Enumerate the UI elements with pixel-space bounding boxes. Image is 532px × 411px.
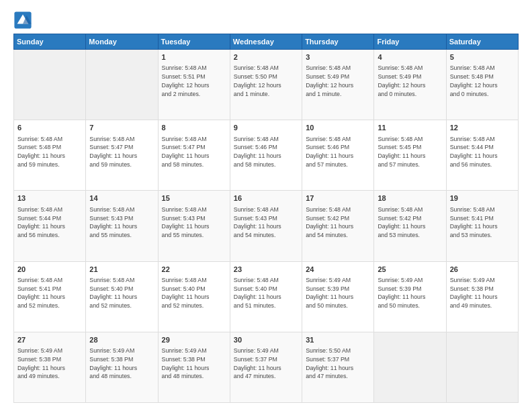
- day-info: Sunrise: 5:48 AM Sunset: 5:44 PM Dayligh…: [17, 205, 82, 240]
- day-info: Sunrise: 5:48 AM Sunset: 5:44 PM Dayligh…: [450, 135, 515, 169]
- calendar-cell: 10Sunrise: 5:48 AM Sunset: 5:46 PM Dayli…: [302, 120, 374, 191]
- week-row: 20Sunrise: 5:48 AM Sunset: 5:41 PM Dayli…: [14, 261, 519, 332]
- header-day: Tuesday: [158, 34, 230, 50]
- calendar-cell: 23Sunrise: 5:48 AM Sunset: 5:40 PM Dayli…: [230, 261, 302, 332]
- day-info: Sunrise: 5:48 AM Sunset: 5:43 PM Dayligh…: [162, 205, 226, 240]
- day-info: Sunrise: 5:48 AM Sunset: 5:49 PM Dayligh…: [378, 64, 442, 98]
- header-day: Sunday: [14, 34, 86, 50]
- day-info: Sunrise: 5:49 AM Sunset: 5:38 PM Dayligh…: [89, 347, 154, 381]
- calendar-body: 1Sunrise: 5:48 AM Sunset: 5:51 PM Daylig…: [14, 50, 519, 403]
- day-number: 24: [306, 265, 370, 275]
- day-number: 13: [17, 193, 82, 203]
- day-info: Sunrise: 5:48 AM Sunset: 5:41 PM Dayligh…: [450, 205, 515, 240]
- calendar-cell: 3Sunrise: 5:48 AM Sunset: 5:49 PM Daylig…: [302, 50, 374, 120]
- day-number: 8: [162, 123, 226, 133]
- day-number: 10: [306, 123, 370, 133]
- calendar-cell: 2Sunrise: 5:48 AM Sunset: 5:50 PM Daylig…: [230, 50, 302, 120]
- week-row: 6Sunrise: 5:48 AM Sunset: 5:48 PM Daylig…: [14, 120, 519, 191]
- calendar-cell: 17Sunrise: 5:48 AM Sunset: 5:42 PM Dayli…: [302, 191, 374, 261]
- header: [13, 11, 519, 30]
- calendar-cell: 4Sunrise: 5:48 AM Sunset: 5:49 PM Daylig…: [374, 50, 446, 120]
- day-number: 21: [89, 265, 154, 275]
- day-number: 1: [162, 52, 226, 62]
- day-number: 20: [17, 265, 82, 275]
- day-info: Sunrise: 5:48 AM Sunset: 5:42 PM Dayligh…: [306, 205, 370, 240]
- calendar-cell: 12Sunrise: 5:48 AM Sunset: 5:44 PM Dayli…: [446, 120, 518, 191]
- day-number: 30: [234, 335, 298, 345]
- calendar-cell: 9Sunrise: 5:48 AM Sunset: 5:46 PM Daylig…: [230, 120, 302, 191]
- day-info: Sunrise: 5:48 AM Sunset: 5:45 PM Dayligh…: [378, 135, 442, 169]
- header-row: SundayMondayTuesdayWednesdayThursdayFrid…: [14, 34, 519, 50]
- calendar-cell: 26Sunrise: 5:49 AM Sunset: 5:38 PM Dayli…: [446, 261, 518, 332]
- calendar-cell: 29Sunrise: 5:49 AM Sunset: 5:38 PM Dayli…: [158, 332, 230, 402]
- day-number: 19: [450, 193, 515, 203]
- week-row: 27Sunrise: 5:49 AM Sunset: 5:38 PM Dayli…: [14, 332, 519, 402]
- day-number: 22: [162, 265, 226, 275]
- calendar-cell: 16Sunrise: 5:48 AM Sunset: 5:43 PM Dayli…: [230, 191, 302, 261]
- calendar-cell: 31Sunrise: 5:50 AM Sunset: 5:37 PM Dayli…: [302, 332, 374, 402]
- day-number: 12: [450, 123, 515, 133]
- day-number: 25: [378, 265, 442, 275]
- calendar-cell: 21Sunrise: 5:48 AM Sunset: 5:40 PM Dayli…: [86, 261, 158, 332]
- week-row: 13Sunrise: 5:48 AM Sunset: 5:44 PM Dayli…: [14, 191, 519, 261]
- calendar-cell: 19Sunrise: 5:48 AM Sunset: 5:41 PM Dayli…: [446, 191, 518, 261]
- calendar-cell: 15Sunrise: 5:48 AM Sunset: 5:43 PM Dayli…: [158, 191, 230, 261]
- calendar: SundayMondayTuesdayWednesdayThursdayFrid…: [13, 34, 519, 403]
- day-number: 16: [234, 193, 298, 203]
- day-number: 15: [162, 193, 226, 203]
- calendar-cell: 18Sunrise: 5:48 AM Sunset: 5:42 PM Dayli…: [374, 191, 446, 261]
- day-info: Sunrise: 5:48 AM Sunset: 5:40 PM Dayligh…: [89, 276, 154, 310]
- calendar-cell: [446, 332, 518, 402]
- day-number: 2: [234, 52, 298, 62]
- header-day: Saturday: [446, 34, 518, 50]
- calendar-cell: 30Sunrise: 5:49 AM Sunset: 5:37 PM Dayli…: [230, 332, 302, 402]
- day-info: Sunrise: 5:48 AM Sunset: 5:50 PM Dayligh…: [234, 64, 298, 98]
- calendar-cell: 5Sunrise: 5:48 AM Sunset: 5:48 PM Daylig…: [446, 50, 518, 120]
- day-number: 9: [234, 123, 298, 133]
- calendar-cell: [374, 332, 446, 402]
- day-number: 5: [450, 52, 515, 62]
- page: SundayMondayTuesdayWednesdayThursdayFrid…: [0, 0, 532, 411]
- header-day: Thursday: [302, 34, 374, 50]
- day-number: 23: [234, 265, 298, 275]
- day-info: Sunrise: 5:48 AM Sunset: 5:46 PM Dayligh…: [234, 135, 298, 169]
- day-info: Sunrise: 5:48 AM Sunset: 5:47 PM Dayligh…: [89, 135, 154, 169]
- calendar-header: SundayMondayTuesdayWednesdayThursdayFrid…: [14, 34, 519, 50]
- day-info: Sunrise: 5:48 AM Sunset: 5:48 PM Dayligh…: [17, 135, 82, 169]
- day-info: Sunrise: 5:48 AM Sunset: 5:46 PM Dayligh…: [306, 135, 370, 169]
- day-info: Sunrise: 5:48 AM Sunset: 5:40 PM Dayligh…: [234, 276, 298, 310]
- calendar-cell: 13Sunrise: 5:48 AM Sunset: 5:44 PM Dayli…: [14, 191, 86, 261]
- calendar-cell: 11Sunrise: 5:48 AM Sunset: 5:45 PM Dayli…: [374, 120, 446, 191]
- day-info: Sunrise: 5:49 AM Sunset: 5:39 PM Dayligh…: [306, 276, 370, 310]
- calendar-cell: 22Sunrise: 5:48 AM Sunset: 5:40 PM Dayli…: [158, 261, 230, 332]
- logo-icon: [13, 11, 32, 30]
- calendar-cell: 27Sunrise: 5:49 AM Sunset: 5:38 PM Dayli…: [14, 332, 86, 402]
- day-number: 11: [378, 123, 442, 133]
- header-day: Wednesday: [230, 34, 302, 50]
- calendar-cell: 28Sunrise: 5:49 AM Sunset: 5:38 PM Dayli…: [86, 332, 158, 402]
- calendar-cell: [86, 50, 158, 120]
- day-info: Sunrise: 5:49 AM Sunset: 5:38 PM Dayligh…: [17, 347, 82, 381]
- day-info: Sunrise: 5:48 AM Sunset: 5:42 PM Dayligh…: [378, 205, 442, 240]
- day-info: Sunrise: 5:49 AM Sunset: 5:38 PM Dayligh…: [162, 347, 226, 381]
- day-number: 29: [162, 335, 226, 345]
- day-info: Sunrise: 5:48 AM Sunset: 5:41 PM Dayligh…: [17, 276, 82, 310]
- day-info: Sunrise: 5:49 AM Sunset: 5:38 PM Dayligh…: [450, 276, 515, 310]
- calendar-cell: 14Sunrise: 5:48 AM Sunset: 5:43 PM Dayli…: [86, 191, 158, 261]
- header-day: Friday: [374, 34, 446, 50]
- day-info: Sunrise: 5:48 AM Sunset: 5:47 PM Dayligh…: [162, 135, 226, 169]
- day-info: Sunrise: 5:48 AM Sunset: 5:49 PM Dayligh…: [306, 64, 370, 98]
- day-number: 3: [306, 52, 370, 62]
- day-number: 7: [89, 123, 154, 133]
- calendar-cell: 6Sunrise: 5:48 AM Sunset: 5:48 PM Daylig…: [14, 120, 86, 191]
- day-info: Sunrise: 5:48 AM Sunset: 5:43 PM Dayligh…: [234, 205, 298, 240]
- day-info: Sunrise: 5:48 AM Sunset: 5:51 PM Dayligh…: [162, 64, 226, 98]
- header-day: Monday: [86, 34, 158, 50]
- day-number: 6: [17, 123, 82, 133]
- calendar-cell: 1Sunrise: 5:48 AM Sunset: 5:51 PM Daylig…: [158, 50, 230, 120]
- calendar-cell: 25Sunrise: 5:49 AM Sunset: 5:39 PM Dayli…: [374, 261, 446, 332]
- week-row: 1Sunrise: 5:48 AM Sunset: 5:51 PM Daylig…: [14, 50, 519, 120]
- day-number: 31: [306, 335, 370, 345]
- calendar-cell: [14, 50, 86, 120]
- calendar-cell: 7Sunrise: 5:48 AM Sunset: 5:47 PM Daylig…: [86, 120, 158, 191]
